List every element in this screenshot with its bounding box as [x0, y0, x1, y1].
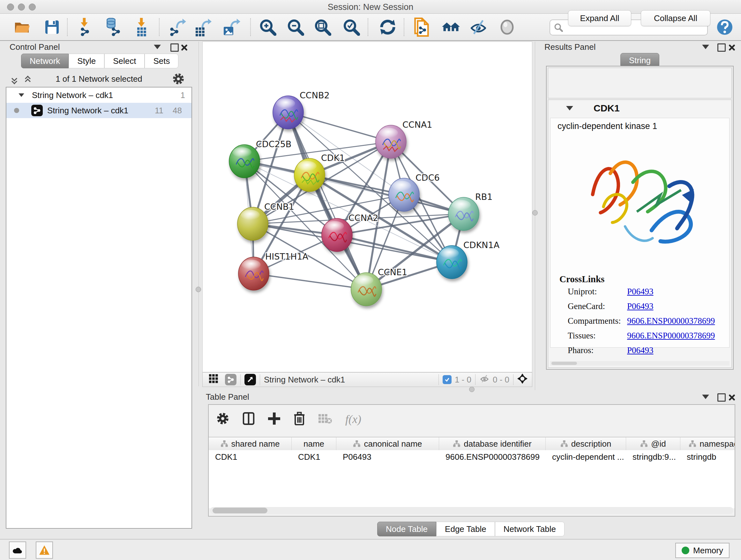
network-badge-icon[interactable]: [225, 374, 237, 385]
tab-node-table[interactable]: Node Table: [377, 522, 436, 537]
tab-network[interactable]: Network: [21, 54, 69, 68]
column-header-canonical-name[interactable]: canonical name: [336, 437, 439, 450]
network-node-CCNB2[interactable]: [273, 96, 304, 129]
table-row[interactable]: CDK1 CDK1 P06493 9606.ENSP00000378699 cy…: [209, 450, 735, 508]
import-network-from-database-button[interactable]: [103, 17, 124, 37]
network-node-CDC25B[interactable]: [229, 145, 260, 178]
crosslink-tissues-link[interactable]: 9606.ENSP00000378699: [627, 331, 715, 340]
network-node-HIST1H1A[interactable]: [239, 257, 269, 290]
zoom-selected-button[interactable]: [341, 17, 362, 37]
column-header-database-identifier[interactable]: database identifier: [439, 437, 546, 450]
control-panel-collapse-icon[interactable]: [154, 45, 161, 51]
column-header-name[interactable]: name: [292, 437, 336, 450]
network-edge-CCNB2-CCNE1[interactable]: [288, 112, 366, 289]
card-hscrollbar[interactable]: [550, 361, 730, 366]
expand-all-networks-icon[interactable]: [24, 76, 31, 82]
cell-namespace: stringdb: [680, 450, 735, 508]
birds-eye-view-button[interactable]: [496, 17, 518, 37]
network-edge-HIST1H1A-CCNE1[interactable]: [254, 273, 366, 289]
network-from-document-button[interactable]: [412, 17, 433, 37]
collapse-all-networks-icon[interactable]: [11, 76, 18, 82]
column-header-id[interactable]: @id: [626, 437, 680, 450]
collapse-all-button[interactable]: Collapse All: [641, 10, 711, 26]
network-row-selected[interactable]: String Network – cdk1 11 48: [6, 103, 192, 118]
table-panel-collapse-icon[interactable]: [702, 395, 709, 400]
network-canvas[interactable]: CCNB2CCNA1CDC25BCDK1CDC6RB1CCNB1CCNA2CDK…: [202, 42, 532, 372]
column-header-description[interactable]: description: [546, 437, 626, 450]
crosslink-compartments-link[interactable]: 9606.ENSP00000378699: [627, 316, 715, 326]
column-header-shared-name[interactable]: shared name: [209, 437, 292, 450]
network-node-CDKN1A[interactable]: [436, 246, 467, 279]
export-image-button[interactable]: [221, 17, 242, 37]
cdk1-card-header[interactable]: CDK1: [548, 100, 731, 117]
cdk1-expander-icon[interactable]: [566, 106, 573, 111]
network-node-CCNB1[interactable]: [238, 207, 268, 240]
hide-graphics-details-button[interactable]: [468, 17, 489, 37]
delete-table-icon[interactable]: [319, 413, 332, 425]
table-hscrollbar[interactable]: [210, 507, 733, 514]
network-node-CCNE1[interactable]: [351, 273, 382, 306]
apply-layout-button[interactable]: [377, 17, 398, 37]
network-collection-row[interactable]: String Network – cdk1 1: [6, 87, 192, 103]
expand-all-button[interactable]: Expand All: [568, 10, 631, 26]
control-panel-float-icon[interactable]: [171, 44, 179, 53]
network-options-gear-icon[interactable]: [172, 73, 185, 86]
crosslink-uniprot-link[interactable]: P06493: [627, 287, 654, 296]
show-columns-icon[interactable]: [243, 412, 255, 426]
birdseye-toggle-icon[interactable]: [517, 374, 528, 386]
detach-view-icon[interactable]: [245, 374, 256, 385]
crosslink-label: GeneCard:: [568, 301, 605, 311]
network-node-CDK1[interactable]: [294, 159, 325, 192]
crosslink-genecard-link[interactable]: P06493: [627, 301, 654, 311]
selected-checkbox-icon[interactable]: [443, 375, 452, 384]
warnings-button[interactable]: [36, 542, 53, 559]
results-panel-collapse-icon[interactable]: [702, 45, 709, 51]
network-node-CCNA2[interactable]: [322, 219, 352, 252]
expand-collapse-box: [548, 68, 732, 98]
network-edge-count: 48: [173, 106, 182, 116]
import-table-button[interactable]: [132, 17, 153, 37]
open-session-button[interactable]: [12, 17, 33, 37]
right-splitter[interactable]: [535, 42, 535, 390]
left-splitter-handle[interactable]: [196, 287, 201, 292]
table-panel-close-icon[interactable]: [728, 394, 735, 402]
horizontal-splitter-handle[interactable]: [469, 387, 475, 392]
zoom-out-icon: [289, 20, 302, 34]
right-splitter-handle[interactable]: [532, 210, 538, 215]
tab-sets[interactable]: Sets: [145, 54, 179, 68]
results-panel-float-icon[interactable]: [718, 44, 726, 53]
zoom-fit-button[interactable]: [312, 17, 333, 37]
network-node-CCNA1[interactable]: [376, 125, 406, 159]
delete-column-trash-icon[interactable]: [293, 412, 305, 427]
network-node-RB1[interactable]: [448, 197, 479, 231]
add-column-icon[interactable]: [268, 413, 280, 426]
tab-style[interactable]: Style: [69, 54, 105, 68]
tab-select[interactable]: Select: [105, 54, 145, 68]
column-header-namespace[interactable]: namespace: [680, 437, 735, 450]
import-network-from-file-button[interactable]: [77, 17, 98, 37]
network-node-CDC6[interactable]: [389, 178, 419, 211]
crosslink-pharos-link[interactable]: P06493: [627, 346, 654, 355]
zoom-in-button[interactable]: [257, 17, 278, 37]
home-button[interactable]: [441, 17, 461, 37]
control-panel-close-icon[interactable]: [181, 44, 188, 52]
help-button[interactable]: [714, 17, 735, 37]
crosslink-label: Pharos:: [568, 346, 594, 355]
refresh-icon: [381, 20, 395, 35]
table-settings-gear-icon[interactable]: [216, 412, 229, 426]
collection-expander-icon[interactable]: [18, 93, 24, 97]
cloud-status-button[interactable]: [9, 542, 26, 559]
grid-view-icon[interactable]: [209, 374, 218, 385]
save-session-button[interactable]: [42, 17, 63, 37]
memory-button[interactable]: Memory: [675, 543, 730, 558]
cdk1-description: cyclin-dependent kinase 1: [557, 121, 657, 131]
results-panel-close-icon[interactable]: [728, 44, 735, 52]
export-network-button[interactable]: [167, 17, 189, 37]
hidden-eye-slash-icon[interactable]: [479, 375, 489, 385]
tab-network-table[interactable]: Network Table: [495, 522, 564, 537]
table-panel-float-icon[interactable]: [718, 393, 726, 403]
zoom-out-button[interactable]: [285, 17, 306, 37]
tab-edge-table[interactable]: Edge Table: [436, 522, 495, 537]
export-table-button[interactable]: [193, 17, 214, 37]
function-builder-icon[interactable]: f(x): [345, 413, 361, 426]
